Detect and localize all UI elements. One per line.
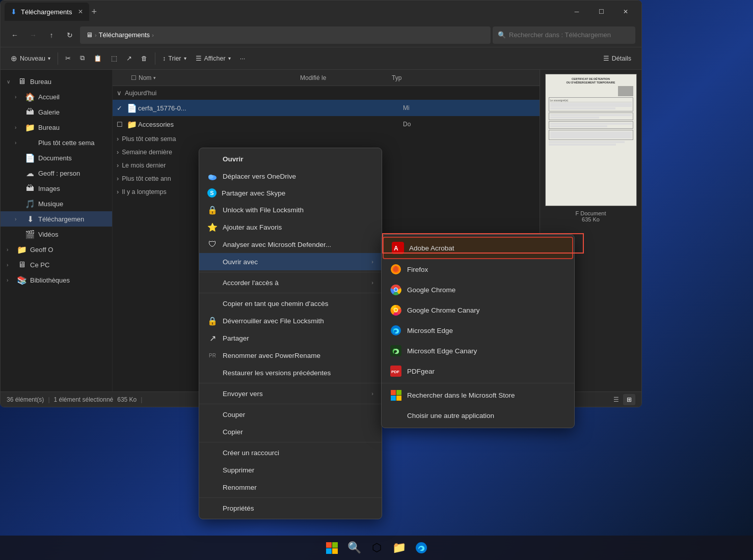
title-bar: ⬇ Téléchargements ✕ + ─ ☐ ✕ (1, 1, 641, 23)
checkbox-all[interactable]: ☐ (131, 74, 137, 81)
file-checkbox[interactable]: ✓ (117, 104, 127, 112)
ctx-acces[interactable]: Accorder l'accès à › (199, 274, 382, 291)
list-view-button[interactable]: ☰ (610, 394, 622, 405)
details-button[interactable]: ☰ Détails (599, 52, 635, 65)
taskbar-search-button[interactable]: 🔍 (344, 538, 364, 558)
ctx-proprietes[interactable]: Propriétés (199, 499, 382, 517)
group-chevron-icon: › (117, 149, 119, 156)
ctx-renommer[interactable]: Renommer (199, 479, 382, 496)
ctx-deverrouiller[interactable]: 🔒 Déverrouiller avec File Locksmith (199, 312, 382, 329)
breadcrumb-bar[interactable]: 🖥 › Téléchargements › (80, 26, 491, 44)
grid-view-button[interactable]: ⊞ (623, 394, 635, 405)
sidebar-item-bureau2[interactable]: › 📁 Bureau (1, 120, 112, 135)
taskbar-edge-button[interactable] (411, 538, 432, 558)
submenu-item-edge[interactable]: Microsoft Edge (382, 320, 574, 341)
taskbar-start-button[interactable] (321, 538, 342, 558)
ctx-copier[interactable]: Copier (199, 423, 382, 440)
search-bar[interactable]: 🔍 Rechercher dans : Téléchargemen (493, 26, 635, 44)
table-row[interactable]: ☐ 📁 Accessories Do (113, 116, 540, 132)
view-button[interactable]: ☰ Afficher ▾ (192, 52, 235, 65)
ctx-ouvrir[interactable]: Ouvrir (199, 150, 382, 167)
submenu-item-chrome[interactable]: Google Chrome (382, 279, 574, 300)
col-date-label: Modifié le (300, 74, 326, 81)
ctx-label: Ouvrir (223, 155, 373, 163)
refresh-button[interactable]: ↻ (62, 27, 78, 43)
sidebar-item-images[interactable]: 🏔 Images (1, 181, 112, 196)
sidebar-item-geoff-perso[interactable]: ☁ Geoff : person (1, 165, 112, 181)
submenu-item-pdfgear[interactable]: PDF PDFgear (382, 361, 574, 381)
ctx-supprimer[interactable]: Supprimer (199, 461, 382, 479)
col-type-header[interactable]: Typ (392, 74, 433, 81)
sidebar-item-galerie[interactable]: 🏔 Galerie (1, 104, 112, 120)
submenu-item-acrobat[interactable]: A Adobe Acrobat (383, 237, 573, 259)
rename-button[interactable]: ⬚ (107, 52, 121, 65)
sidebar-item-geoff-o[interactable]: › 📁 Geoff O (1, 242, 112, 257)
ctx-ouvrir-avec[interactable]: Ouvrir avec › (199, 253, 382, 270)
ctx-creer-raccourci[interactable]: Créer un raccourci (199, 444, 382, 461)
close-button[interactable]: ✕ (614, 4, 637, 20)
more-button[interactable]: ··· (236, 52, 249, 65)
ctx-restaurer[interactable]: Restaurer les versions précédentes (199, 364, 382, 381)
sidebar-item-accueil[interactable]: › 🏠 Accueil (1, 89, 112, 104)
breadcrumb-chevron-1: › (95, 32, 97, 38)
sidebar-item-bibliotheques[interactable]: › 📚 Bibliothèques (1, 272, 112, 288)
taskbar-multitask-button[interactable]: ⬡ (366, 538, 387, 558)
sidebar-item-plus-tot[interactable]: › Plus tôt cette sema (1, 135, 112, 150)
ctx-envoyer[interactable]: Envoyer vers › (199, 385, 382, 402)
ctx-partager[interactable]: ↗ Partager (199, 329, 382, 347)
delete-button[interactable]: 🗑 (137, 52, 152, 65)
svg-point-13 (391, 325, 401, 335)
search-icon: 🔍 (498, 31, 506, 39)
minimize-button[interactable]: ─ (565, 4, 588, 20)
sidebar-item-telechargements[interactable]: › ⬇ Téléchargemen (1, 211, 112, 227)
share-button[interactable]: ↗ (122, 52, 136, 65)
back-button[interactable]: ← (7, 27, 23, 43)
group-aujourdhui[interactable]: ∨ Aujourd'hui (113, 86, 540, 100)
ctx-onedrive[interactable]: Déplacer vers OneDrive (199, 167, 382, 185)
ctx-favoris[interactable]: ⭐ Ajouter aux Favoris (199, 218, 382, 236)
submenu-item-other[interactable]: Choisir une autre application (382, 405, 574, 426)
cut-button[interactable]: ✂ (61, 52, 75, 65)
copy-button[interactable]: ⧉ (76, 52, 89, 65)
ctx-skype[interactable]: S Partager avec Skype (199, 185, 382, 201)
table-row[interactable]: ✓ 📄 cerfa_15776-0... Mi (113, 100, 540, 116)
submenu-item-firefox[interactable]: Firefox (382, 259, 574, 279)
new-button[interactable]: ⊕ Nouveau ▾ (7, 51, 55, 66)
sidebar-item-ce-pc[interactable]: › 🖥 Ce PC (1, 257, 112, 272)
submenu-item-store[interactable]: Rechercher dans le Microsoft Store (382, 385, 574, 405)
ctx-renommer-power[interactable]: PR Renommer avec PowerRename (199, 347, 382, 364)
sidebar-item-documents[interactable]: 📄 Documents (1, 150, 112, 165)
toolbar: ⊕ Nouveau ▾ ✂ ⧉ 📋 ⬚ ↗ 🗑 ↕ Trier ▾ ☰ (1, 47, 641, 70)
ctx-defender[interactable]: 🛡 Analyser avec Microsoft Defender... (199, 236, 382, 253)
sidebar-item-bureau[interactable]: ∨ 🖥 Bureau (1, 74, 112, 89)
sort-button[interactable]: ↕ Trier ▾ (158, 52, 190, 65)
sidebar-item-musique[interactable]: 🎵 Musique (1, 196, 112, 211)
tab-close-button[interactable]: ✕ (78, 8, 83, 15)
ctx-label: Ajouter aux Favoris (223, 223, 373, 231)
search-placeholder: Rechercher dans : Téléchargemen (509, 31, 611, 39)
file-checkbox[interactable]: ☐ (117, 121, 127, 128)
ctx-filelocksmith[interactable]: 🔒 Unlock with File Locksmith (199, 201, 382, 218)
powerrename-icon: PR (207, 350, 218, 360)
sidebar-item-videos[interactable]: 🎬 Vidéos (1, 227, 112, 242)
ctx-label: Partager (223, 334, 373, 342)
paste-button[interactable]: 📋 (90, 52, 106, 65)
taskbar-explorer-button[interactable]: 📁 (389, 538, 409, 558)
ctx-couper[interactable]: Couper (199, 406, 382, 423)
explorer-tab[interactable]: ⬇ Téléchargements ✕ (5, 3, 89, 21)
up-button[interactable]: ↑ (43, 27, 60, 43)
submenu-item-chrome-canary[interactable]: Google Chrome Canary (382, 300, 574, 320)
ctx-copier-chemin[interactable]: Copier en tant que chemin d'accès (199, 295, 382, 312)
submenu-item-edge-canary[interactable]: Microsoft Edge Canary (382, 341, 574, 361)
group-plus-tot-sem[interactable]: › Plus tôt cette sema (113, 132, 540, 146)
maximize-button[interactable]: ☐ (589, 4, 613, 20)
col-name-header[interactable]: ☐ Nom ▾ (117, 74, 300, 81)
new-tab-button[interactable]: + (91, 7, 97, 17)
forward-button[interactable]: → (25, 27, 41, 43)
col-date-header[interactable]: Modifié le (300, 74, 392, 81)
properties-icon (207, 503, 218, 513)
new-label: Nouveau (20, 55, 45, 62)
submenu-label: Google Chrome (407, 286, 566, 294)
defender-icon: 🛡 (207, 239, 218, 249)
sidebar-item-label: Images (38, 185, 108, 192)
